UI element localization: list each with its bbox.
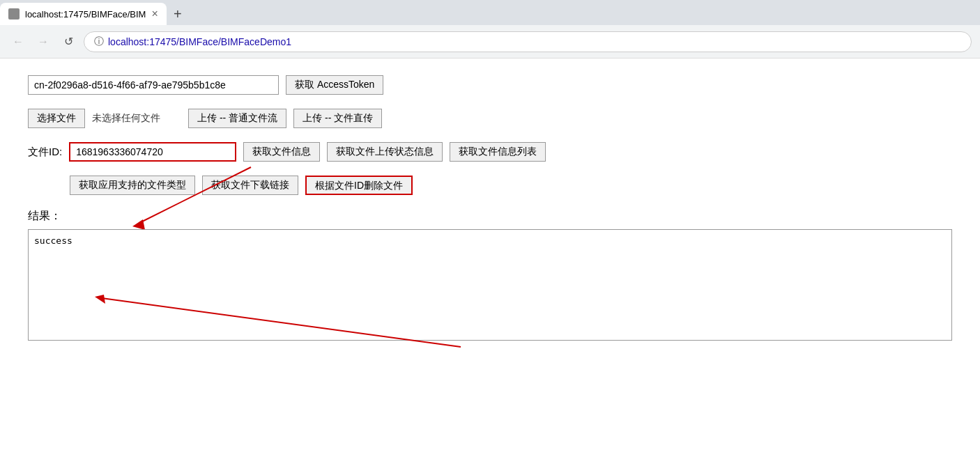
file-id-label: 文件ID:: [28, 146, 62, 159]
page-content: 获取 AccessToken 选择文件 未选择任何文件 上传 -- 普通文件流 …: [0, 59, 980, 466]
token-row: 获取 AccessToken: [28, 75, 952, 95]
browser-frame: localhost:17475/BIMFace/BIM × + ← → ↺ ⓘ …: [0, 0, 980, 466]
token-input[interactable]: [28, 75, 279, 95]
file-id-input[interactable]: [69, 142, 236, 162]
upload-row: 选择文件 未选择任何文件 上传 -- 普通文件流 上传 -- 文件直传: [28, 109, 952, 128]
forward-button[interactable]: →: [33, 32, 53, 52]
tab-favicon: [8, 8, 20, 20]
delete-by-id-button[interactable]: 根据文件ID删除文件: [305, 176, 413, 195]
annotation-arrow: [98, 153, 307, 237]
svg-marker-3: [95, 295, 105, 304]
tab-bar: localhost:17475/BIMFace/BIM × +: [0, 0, 980, 25]
no-file-label: 未选择任何文件: [92, 112, 160, 125]
address-bar: ← → ↺ ⓘ localhost:17475/BIMFace/BIMFaceD…: [0, 25, 980, 59]
new-tab-button[interactable]: +: [167, 3, 189, 25]
back-button[interactable]: ←: [8, 32, 28, 52]
get-file-list-button[interactable]: 获取文件信息列表: [450, 142, 546, 162]
svg-line-2: [102, 298, 461, 347]
tab-title: localhost:17475/BIMFace/BIM: [25, 9, 146, 20]
file-id-row: 文件ID: 获取文件信息 获取文件上传状态信息 获取文件信息列表: [28, 142, 952, 162]
result-arrow-svg: [29, 291, 951, 347]
get-supported-types-button[interactable]: 获取应用支持的文件类型: [70, 176, 195, 195]
result-container: success: [28, 229, 952, 341]
refresh-button[interactable]: ↺: [59, 32, 78, 52]
upload-direct-button[interactable]: 上传 -- 文件直传: [293, 109, 382, 128]
result-section: 结果： success: [28, 209, 952, 341]
result-label: 结果：: [28, 209, 952, 224]
get-upload-status-button[interactable]: 获取文件上传状态信息: [327, 142, 443, 162]
get-download-link-button[interactable]: 获取文件下载链接: [202, 176, 298, 195]
get-file-info-button[interactable]: 获取文件信息: [243, 142, 320, 162]
tab-close-icon[interactable]: ×: [151, 8, 158, 20]
secure-icon: ⓘ: [94, 36, 104, 48]
browser-tab[interactable]: localhost:17475/BIMFace/BIM ×: [0, 3, 167, 25]
choose-file-button[interactable]: 选择文件: [28, 109, 85, 128]
more-buttons-row: 获取应用支持的文件类型 获取文件下载链接 根据文件ID删除文件: [28, 176, 952, 195]
url-display[interactable]: localhost:17475/BIMFace/BIMFaceDemo1: [108, 36, 291, 47]
upload-normal-button[interactable]: 上传 -- 普通文件流: [188, 109, 286, 128]
get-access-token-button[interactable]: 获取 AccessToken: [286, 75, 383, 95]
result-content: success: [34, 235, 72, 246]
